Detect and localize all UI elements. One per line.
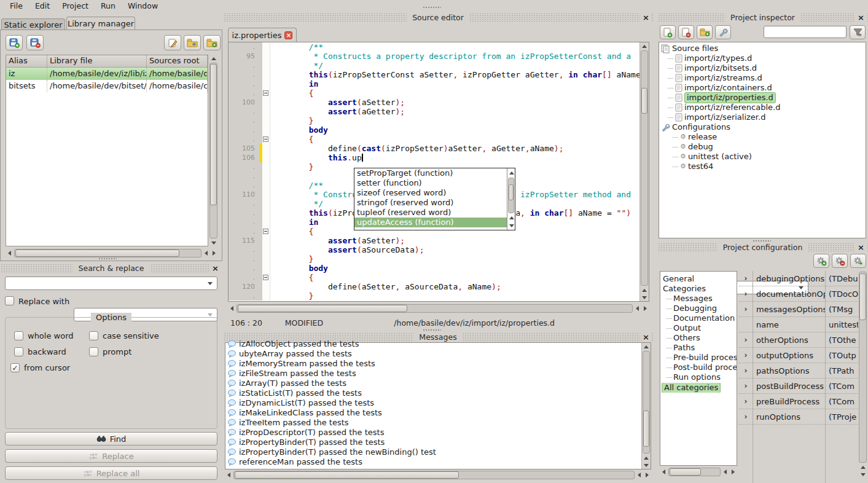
scroll-left-arrow[interactable] (721, 467, 729, 477)
menu-item-edit[interactable]: Edit (29, 0, 56, 12)
scroll-right-arrow[interactable] (641, 304, 649, 313)
message-item[interactable]: referenceMan passed the tests (227, 457, 641, 467)
messages-vscrollbar[interactable] (641, 343, 651, 469)
messages-hscrollbar[interactable] (225, 470, 651, 480)
scroll-thumb[interactable] (670, 468, 701, 476)
scroll-right-arrow[interactable] (210, 248, 218, 258)
checkbox[interactable] (14, 347, 23, 356)
scroll-right-arrow[interactable] (729, 467, 737, 477)
library-table-vscrollbar[interactable] (209, 55, 218, 246)
category-item[interactable]: Paths (660, 343, 737, 353)
clear-filter-button[interactable] (850, 25, 866, 39)
tab-library-manager[interactable]: Library manager (66, 17, 135, 30)
category-item[interactable]: Output (660, 323, 737, 333)
tree-item-file[interactable]: import/iz/containers.d (659, 83, 866, 93)
tree-item-configuration[interactable]: ⚙release (659, 132, 866, 142)
tree-item-file[interactable]: import/iz/serializer.d (659, 112, 866, 122)
categories-hscrollbar[interactable] (660, 467, 737, 477)
property-row[interactable]: ›otherOptions(TOthe (739, 332, 858, 348)
library-table-hscrollbar[interactable] (6, 248, 218, 258)
library-row[interactable]: iz/home/basile/dev/iz/lib/iz./home/basil… (6, 68, 208, 80)
expand-chevron-icon[interactable]: › (739, 274, 753, 283)
splitter-handle[interactable] (423, 6, 441, 9)
scroll-down-arrow[interactable] (642, 461, 651, 469)
completion-item[interactable]: tupleof (reserved word) (354, 208, 507, 218)
inspector-filter-input[interactable] (764, 26, 846, 38)
tree-item-configuration[interactable]: ⚙debug (659, 142, 866, 152)
add-folder-button[interactable] (697, 25, 713, 39)
scroll-up-arrow[interactable] (858, 463, 867, 471)
code-line[interactable]: 105 define(cast(izPropSetter)aSetter, aG… (229, 144, 639, 153)
close-icon[interactable]: × (640, 13, 652, 23)
fold-collapse-icon[interactable] (263, 90, 268, 96)
message-item[interactable]: izFileStream passed the tests (227, 369, 641, 379)
splitter-handle[interactable] (753, 240, 771, 242)
replace-all-button[interactable]: Replace all (5, 466, 217, 480)
message-item[interactable]: izMakeLinkedClass passed the tests (227, 408, 641, 418)
scroll-up-arrow[interactable] (642, 343, 651, 350)
message-item[interactable]: izDynamicList(T) passed the tests (227, 398, 641, 408)
category-root[interactable]: General (660, 274, 737, 284)
library-open-button[interactable] (184, 35, 201, 50)
library-add-button[interactable] (6, 35, 23, 50)
code-line[interactable]: . /** (229, 42, 639, 52)
expand-chevron-icon[interactable]: › (739, 366, 753, 375)
category-item[interactable]: Post-build process (660, 363, 737, 372)
scroll-left-arrow[interactable] (202, 248, 210, 258)
tab-static-explorer[interactable]: Static explorer (1, 18, 65, 30)
code-line[interactable]: . body (229, 264, 639, 273)
category-item[interactable]: Others (660, 333, 737, 343)
property-row[interactable]: ›runOptions(TProje (739, 409, 858, 425)
message-item[interactable]: izPropertyBinder(T) passed the newBindin… (227, 447, 641, 457)
close-icon[interactable]: × (640, 332, 652, 342)
message-item[interactable]: izTreeItem passed the tests (227, 418, 641, 428)
scroll-up-arrow[interactable] (642, 454, 651, 461)
expand-chevron-icon[interactable]: › (739, 336, 753, 344)
completion-item[interactable]: updateAccess (function) (354, 218, 507, 227)
grid-vscrollbar[interactable] (858, 271, 867, 478)
library-folder-add-button[interactable] (203, 35, 221, 50)
scroll-thumb[interactable] (641, 88, 647, 114)
scroll-left-arrow[interactable] (660, 467, 668, 477)
scroll-down-arrow[interactable] (209, 239, 218, 246)
checkbox[interactable] (89, 347, 98, 356)
code-line[interactable]: . { (229, 273, 639, 282)
message-item[interactable]: izAllocObject passed the tests (227, 339, 641, 349)
column-header-library-file[interactable]: Library file (47, 55, 147, 67)
completion-scrollbar[interactable] (507, 168, 515, 230)
column-header-sources-root[interactable]: Sources root (147, 55, 208, 67)
tree-item-file[interactable]: import/iz/types.d (659, 53, 866, 63)
property-row[interactable]: ›postBuildProcess(TCom (739, 379, 858, 394)
scroll-left-arrow[interactable] (633, 304, 641, 313)
code-line[interactable]: . in (229, 79, 639, 88)
replace-button[interactable]: Replace (5, 449, 217, 463)
editor-tab-iz-properties[interactable]: iz.properties × (228, 28, 297, 42)
code-line[interactable]: . body (229, 125, 639, 135)
code-line[interactable]: . { (229, 135, 639, 144)
message-item[interactable]: izPropDescriptor(T) passed the tests (227, 428, 641, 438)
code-line[interactable]: . } (229, 291, 639, 300)
find-button[interactable]: Find (5, 432, 217, 446)
code-line[interactable]: . assert(aSourceData); (229, 245, 639, 254)
expand-chevron-icon[interactable]: › (739, 305, 753, 313)
scroll-down-arrow[interactable] (640, 294, 649, 301)
library-edit-button[interactable] (164, 35, 181, 50)
close-icon[interactable]: × (209, 264, 221, 273)
code-line[interactable]: 120 define(aSetter, aSourceData, aName); (229, 282, 639, 291)
code-line[interactable]: . this(izPropSetterConst aSetter, izProp… (229, 70, 639, 79)
editor-hscrollbar[interactable] (228, 304, 649, 313)
tree-item-file[interactable]: import/iz/referencable.d (659, 103, 866, 112)
menu-item-window[interactable]: Window (122, 0, 164, 12)
expand-chevron-icon[interactable]: › (739, 412, 753, 421)
tree-item-configuration[interactable]: ⚙test64 (659, 162, 866, 171)
tree-item-file[interactable]: import/iz/properties.d (659, 93, 866, 103)
clone-configuration-button[interactable] (850, 254, 866, 268)
scroll-right-arrow[interactable] (643, 470, 651, 480)
code-line[interactable]: . { (229, 88, 639, 98)
messages-list[interactable]: izAllocObject passed the testsubyteArray… (225, 339, 641, 469)
category-item[interactable]: Pre-build process (660, 353, 737, 363)
checkbox[interactable] (89, 331, 98, 340)
scroll-thumb[interactable] (509, 184, 514, 200)
menu-item-project[interactable]: Project (56, 0, 95, 12)
menu-item-run[interactable]: Run (95, 0, 122, 12)
